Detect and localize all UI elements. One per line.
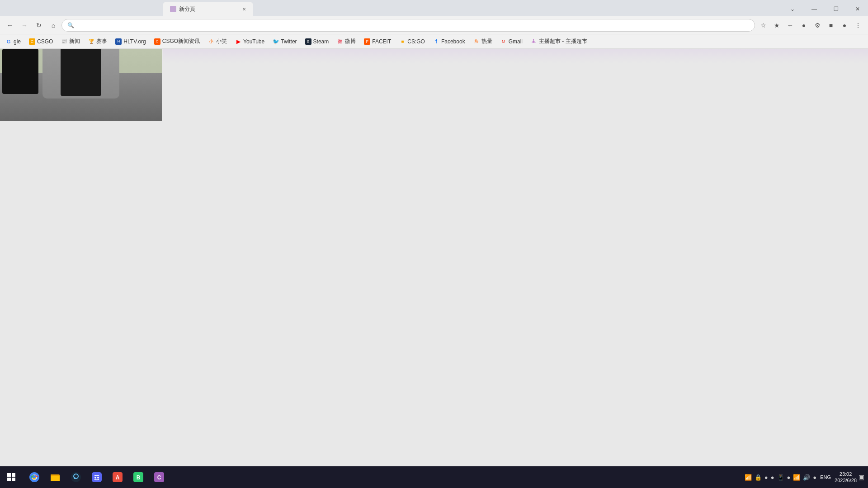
tab-bar: 新分頁 ✕ ⌄ — ❐ ✕ (0, 0, 868, 16)
address-bar[interactable]: 🔍 (61, 19, 755, 32)
home-button[interactable]: ⌂ (47, 19, 60, 32)
system-icon-2[interactable]: 🔒 (755, 474, 762, 481)
svg-rect-5 (51, 474, 55, 476)
gmail-icon: M (500, 38, 507, 45)
twitter-icon: 🐦 (273, 38, 279, 45)
monitor (2, 49, 38, 94)
bookmark-steam[interactable]: S Steam (302, 37, 333, 46)
windows-logo (7, 473, 15, 481)
svg-point-8 (74, 477, 75, 479)
system-icon-5[interactable]: 📱 (777, 474, 784, 481)
chevron-button[interactable]: ⌄ (782, 2, 803, 16)
system-icon-3[interactable]: ● (764, 474, 768, 481)
volume-icon[interactable]: 🔊 (803, 474, 810, 481)
toolbar-right: ☆ ★ ← ● ⚙ ■ ● ⋮ (757, 19, 864, 32)
svg-point-11 (97, 477, 99, 479)
remai-icon: 热 (473, 38, 480, 45)
bookmark-label: CSGO新闻资讯 (162, 38, 200, 45)
bookmark-label: 微博 (345, 38, 356, 45)
bookmark-google[interactable]: G gle (2, 37, 24, 46)
bookmark-label: HLTV.org (123, 38, 146, 45)
back-button[interactable]: ← (4, 19, 16, 32)
bookmark-youtube[interactable]: ▶ YouTube (231, 37, 268, 46)
system-icon-4[interactable]: ● (771, 474, 774, 481)
weibo-icon: 微 (337, 38, 343, 45)
bookmark-xiaohua[interactable]: 小 小笑 (204, 36, 231, 47)
taskbar-apps: A B C (23, 467, 169, 487)
bookmark-label: 主播超市 - 主播超市 (539, 38, 587, 45)
system-icons: 📶 🔒 ● ● 📱 ● 📶 🔊 ● (745, 474, 816, 481)
bookmark-icon[interactable]: ★ (770, 19, 783, 32)
restore-button[interactable]: ❐ (826, 2, 846, 16)
bookmark-zhibo[interactable]: 主 主播超市 - 主播超市 (527, 36, 591, 47)
bookmark-gmail[interactable]: M Gmail (497, 37, 526, 46)
hltv-icon: H (115, 38, 122, 45)
bookmark-label: YouTube (243, 38, 264, 45)
taskbar-app6[interactable]: B (128, 467, 148, 487)
taskbar-discord[interactable] (87, 467, 107, 487)
bookmark-label: Steam (313, 38, 329, 45)
taskbar-app7[interactable]: C (149, 467, 169, 487)
network-icon[interactable]: 📶 (745, 474, 752, 481)
minimize-button[interactable]: — (804, 2, 825, 16)
shield-icon[interactable]: ● (797, 19, 810, 32)
taskbar-chrome[interactable] (24, 467, 44, 487)
bookmark-label: 小笑 (216, 38, 227, 45)
menu-button[interactable]: ⋮ (852, 19, 864, 32)
extensions-icon[interactable]: ■ (825, 19, 837, 32)
settings-icon[interactable]: ⚙ (811, 19, 824, 32)
forward-button[interactable]: → (18, 19, 31, 32)
bookmark-csgo-news[interactable]: C CSGO新闻资讯 (151, 36, 203, 47)
bookmark-csgo[interactable]: C CSGO (25, 37, 57, 46)
taskbar-app5[interactable]: A (108, 467, 127, 487)
bookmarks-bar: G gle C CSGO 📰 新闻 🏆 赛事 H HLTV.org C CSGO… (0, 34, 868, 49)
bookmark-label: 新闻 (69, 38, 80, 45)
bookmark-news[interactable]: 📰 新闻 (57, 36, 84, 47)
system-icon-6[interactable]: ● (787, 474, 791, 481)
xiaohua-icon: 小 (208, 38, 214, 45)
reload-button[interactable]: ↻ (33, 19, 45, 32)
browser-toolbar: ← → ↻ ⌂ 🔍 ☆ ★ ← ● ⚙ ■ ● ⋮ (0, 16, 868, 34)
bookmark-weibo[interactable]: 微 微博 (333, 36, 359, 47)
bookmark-label: 赛事 (96, 38, 107, 45)
clock-time: 23:02 (835, 471, 857, 477)
bookmark-twitter[interactable]: 🐦 Twitter (269, 37, 300, 46)
back-nav-icon[interactable]: ← (784, 19, 797, 32)
system-clock[interactable]: 23:02 2023/6/28 (835, 471, 857, 484)
bookmark-remai[interactable]: 热 热量 (470, 36, 496, 47)
news-icon: 📰 (61, 38, 67, 45)
system-icon-7[interactable]: 📶 (793, 474, 800, 481)
csgo-icon: C (29, 38, 35, 45)
svg-text:C: C (157, 474, 161, 481)
faceit-icon: F (364, 38, 370, 45)
google-icon: G (5, 38, 12, 45)
steam-icon: S (305, 38, 311, 45)
taskbar-file-explorer[interactable] (45, 467, 65, 487)
tab-close-icon[interactable]: ✕ (242, 7, 246, 12)
bookmark-hltv[interactable]: H HLTV.org (112, 37, 149, 46)
language-indicator[interactable]: ENG (818, 474, 833, 480)
bookmark-facebook[interactable]: f Facebook (429, 37, 469, 46)
bookmark-csgo2[interactable]: ■ CS:GO (396, 37, 429, 46)
person-body (61, 42, 101, 96)
bookmark-faceit[interactable]: F FACEIT (360, 37, 395, 46)
clock-date: 2023/6/28 (835, 477, 857, 483)
system-icon-9[interactable]: ● (813, 474, 816, 481)
bookmark-label: Gmail (509, 38, 523, 45)
bookmark-label: Twitter (281, 38, 297, 45)
bookmark-events[interactable]: 🏆 赛事 (85, 36, 111, 47)
svg-text:A: A (116, 474, 120, 481)
browser-tab[interactable]: 新分頁 ✕ (163, 2, 253, 16)
close-button[interactable]: ✕ (847, 2, 868, 16)
events-icon: 🏆 (88, 38, 94, 45)
notifications-icon[interactable]: ▣ (859, 474, 864, 481)
svg-rect-4 (51, 476, 60, 481)
bookmark-label: FACEIT (372, 38, 391, 45)
bookmark-star-icon[interactable]: ☆ (757, 19, 769, 32)
profile-icon[interactable]: ● (838, 19, 851, 32)
browser-chrome: 新分頁 ✕ ⌄ — ❐ ✕ ← → ↻ ⌂ 🔍 ☆ ★ ← ● ⚙ ■ ● ⋮ (0, 0, 868, 49)
csgo-news-icon: C (154, 38, 160, 45)
windows-start-button[interactable] (0, 466, 23, 488)
taskbar-steam[interactable] (66, 467, 86, 487)
bookmark-label: 热量 (481, 38, 492, 45)
